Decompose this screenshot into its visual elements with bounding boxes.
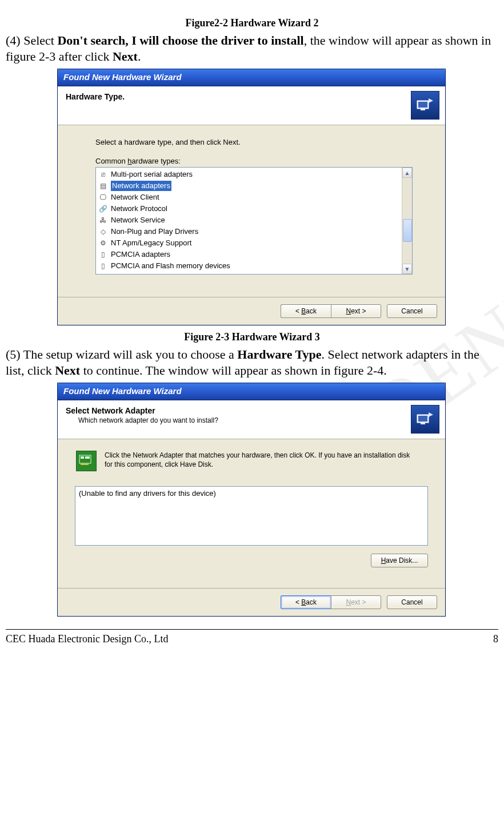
page-footer: CEC Huada Electronic Design Co., Ltd 8 bbox=[6, 629, 498, 651]
scroll-up-button[interactable]: ▲ bbox=[402, 168, 412, 178]
list-item[interactable]: 🖵 Network Client bbox=[96, 192, 402, 203]
driver-list-message: (Unable to find any drivers for this dev… bbox=[79, 489, 216, 498]
wizard-titlebar[interactable]: Found New Hardware Wizard bbox=[58, 69, 445, 86]
figure-caption-2-3: Figure 2-3 Hardware Wizard 3 bbox=[6, 331, 498, 343]
list-item[interactable]: ▯ PCMCIA adapters bbox=[96, 249, 402, 260]
network-card-icon bbox=[76, 451, 97, 471]
step-5-text: (5) The setup wizard will ask you to cho… bbox=[6, 347, 498, 378]
driver-listbox[interactable]: (Unable to find any drivers for this dev… bbox=[75, 486, 428, 546]
network-protocol-icon: 🔗 bbox=[98, 204, 107, 213]
list-item[interactable]: ▯ PCMCIA and Flash memory devices bbox=[96, 260, 402, 272]
wizard-header: Select Network Adapter Which network ada… bbox=[58, 400, 445, 439]
wizard-header-title: Hardware Type. bbox=[66, 92, 437, 101]
wizard-titlebar[interactable]: Found New Hardware Wizard bbox=[58, 383, 445, 400]
next-button[interactable]: Next > bbox=[331, 304, 381, 318]
svg-rect-1 bbox=[418, 102, 427, 108]
list-item[interactable]: ▤ Network adapters bbox=[96, 180, 402, 192]
svg-rect-5 bbox=[421, 423, 425, 424]
figure-caption-2-2: Figure2-2 Hardware Wizard 2 bbox=[6, 17, 498, 29]
list-item[interactable]: 🖧 Network Service bbox=[96, 214, 402, 226]
svg-rect-4 bbox=[418, 416, 427, 422]
list-item[interactable]: ◇ Non-Plug and Play Drivers bbox=[96, 226, 402, 237]
hardware-types-label: Common hardware types: bbox=[95, 157, 430, 165]
pcmcia-icon: ▯ bbox=[98, 250, 107, 259]
nonpnp-icon: ◇ bbox=[98, 227, 107, 236]
wizard-header: Hardware Type. bbox=[58, 86, 445, 125]
adapter-instruction: Click the Network Adapter that matches y… bbox=[105, 451, 413, 469]
back-button[interactable]: < Back bbox=[281, 304, 331, 318]
cancel-button[interactable]: Cancel bbox=[387, 304, 437, 318]
network-client-icon: 🖵 bbox=[98, 193, 107, 202]
wizard-header-icon bbox=[411, 405, 439, 434]
back-button[interactable]: < Back bbox=[281, 595, 331, 609]
wizard-dialog-select-adapter: Found New Hardware Wizard Select Network… bbox=[57, 383, 446, 617]
wizard-header-subtitle: Which network adapter do you want to ins… bbox=[78, 416, 437, 424]
wizard-dialog-hardware-type: Found New Hardware Wizard Hardware Type.… bbox=[57, 69, 446, 325]
listbox-scrollbar[interactable]: ▲ ▼ bbox=[402, 168, 412, 274]
svg-rect-7 bbox=[81, 456, 84, 459]
svg-rect-8 bbox=[85, 456, 90, 459]
list-item[interactable]: ⚙ NT Apm/Legacy Support bbox=[96, 237, 402, 249]
wizard-footer: < Back Next > Cancel bbox=[58, 297, 445, 325]
svg-rect-2 bbox=[421, 109, 425, 110]
nt-apm-icon: ⚙ bbox=[98, 238, 107, 248]
pcmcia-flash-icon: ▯ bbox=[98, 261, 107, 271]
wizard-footer: < Back Next > Cancel bbox=[58, 589, 445, 616]
have-disk-button[interactable]: Have Disk... bbox=[371, 554, 428, 567]
scroll-thumb[interactable] bbox=[403, 219, 412, 242]
wizard-header-icon bbox=[411, 91, 439, 120]
scroll-down-button[interactable]: ▼ bbox=[402, 264, 412, 274]
network-adapter-icon: ▤ bbox=[98, 181, 107, 190]
footer-company: CEC Huada Electronic Design Co., Ltd bbox=[6, 633, 168, 645]
footer-page-number: 8 bbox=[493, 633, 498, 645]
step-4-text: (4) Select Don't search, I will choose t… bbox=[6, 33, 498, 64]
cancel-button[interactable]: Cancel bbox=[387, 595, 437, 609]
wizard-instruction: Select a hardware type, and then click N… bbox=[95, 138, 430, 146]
hardware-types-listbox[interactable]: ⎚ Multi-port serial adapters ▤ Network a… bbox=[95, 167, 413, 275]
list-item[interactable]: 🔗 Network Protocol bbox=[96, 203, 402, 214]
wizard-header-title: Select Network Adapter bbox=[66, 406, 437, 415]
network-service-icon: 🖧 bbox=[98, 216, 107, 225]
list-item[interactable]: ⎚ Multi-port serial adapters bbox=[96, 169, 402, 180]
serial-adapter-icon: ⎚ bbox=[98, 170, 107, 179]
svg-rect-9 bbox=[81, 463, 89, 465]
next-button: Next > bbox=[331, 595, 381, 609]
